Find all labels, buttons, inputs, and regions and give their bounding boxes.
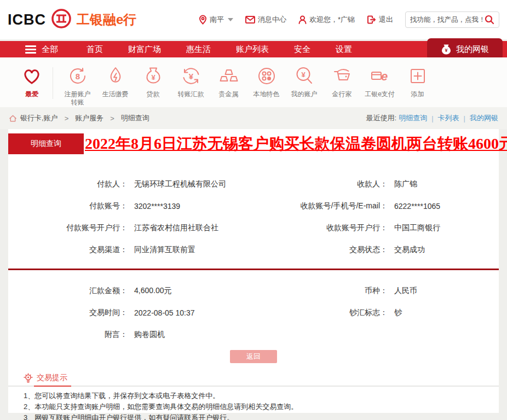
- detail-row: 附言：购卷圆机: [8, 324, 499, 346]
- svg-text:¥: ¥: [301, 71, 306, 79]
- location-label: 南平: [210, 15, 224, 25]
- back-button[interactable]: 返回: [230, 350, 277, 363]
- quick-item-local-features[interactable]: 本地特色: [247, 65, 285, 98]
- breadcrumb-level2[interactable]: 账户服务: [75, 113, 103, 123]
- welcome-user[interactable]: 欢迎您，*广锦: [298, 15, 355, 25]
- nav-item-security[interactable]: 安全: [294, 44, 336, 55]
- detail-row: 付款人：无锡环球工程机械有限公司 收款人：陈广锦: [8, 173, 499, 195]
- heart-icon: [21, 65, 43, 87]
- brand-name: 工银融e行: [77, 11, 136, 28]
- payee-account-label: 收款账号/手机号/E-mail：: [253, 201, 388, 211]
- logout-label: 退出: [379, 15, 393, 25]
- my-ebank-tab[interactable]: ¥ 我的网银: [427, 38, 503, 60]
- detail-row: 付款账号开户行：江苏省农村信用社联合社 收款账号开户行：中国工商银行: [8, 217, 499, 239]
- section-divider: [8, 269, 499, 270]
- favorites-item[interactable]: 最爱: [14, 65, 49, 98]
- quick-item-loans[interactable]: ¥ 贷款: [134, 65, 172, 98]
- search-box[interactable]: [405, 11, 499, 28]
- payer-bank-label: 付款账号开户行：: [8, 223, 128, 233]
- currency-value: 人民币: [394, 286, 417, 296]
- nav-item-settings[interactable]: 设置: [336, 44, 377, 55]
- memo-label: 附言：: [8, 330, 128, 340]
- money-bag-icon: ¥: [441, 43, 452, 55]
- cash-remit-label: 钞汇标志：: [253, 308, 388, 318]
- home-icon[interactable]: [9, 114, 17, 122]
- recent-link-detail-query[interactable]: 明细查询: [399, 113, 427, 123]
- quick-item-epay[interactable]: e 工银e支付: [361, 65, 399, 98]
- cart-icon: [331, 65, 353, 87]
- transaction-details-top: 付款人：无锡环球工程机械有限公司 收款人：陈广锦 付款账号：3202****31…: [8, 173, 499, 261]
- icbc-logo-text: ICBC: [8, 11, 46, 28]
- transaction-details-bottom: 汇款金额：4,600.00元 币种：人民币 交易时间：2022-08-05 10…: [8, 280, 499, 346]
- svg-text:8: 8: [75, 72, 79, 81]
- recent-link-card-list[interactable]: 卡列表: [438, 113, 459, 123]
- breadcrumb-level1[interactable]: 银行卡,账户: [20, 113, 58, 123]
- hamburger-icon: [25, 44, 36, 55]
- detail-row: 交易时间：2022-08-05 10:37 钞汇标志：钞: [8, 302, 499, 324]
- icbc-emblem-icon: [50, 8, 72, 32]
- message-center-label: 消息中心: [258, 15, 286, 25]
- payer-account-label: 付款账号：: [8, 201, 128, 211]
- detail-row: 汇款金额：4,600.00元 币种：人民币: [8, 280, 499, 302]
- transaction-tips: 交易提示 1、您可以将查询结果下载，并保存到文本或电子表格文件中。 2、本功能只…: [8, 372, 499, 420]
- quick-item-register-transfer[interactable]: 8 注册账户转账: [59, 65, 96, 107]
- quick-item-label: 注册账户转账: [65, 90, 91, 107]
- quick-item-gold-expert[interactable]: 金行家: [323, 65, 361, 98]
- status-value: 交易成功: [394, 245, 425, 255]
- memo-value: 购卷圆机: [134, 330, 165, 340]
- tips-divider: [8, 386, 499, 387]
- tip-item-3: 3、网银互联账户明细由开户银行提供，如有疑问请联系开户银行。: [24, 412, 493, 420]
- local-features-icon: [256, 65, 278, 87]
- nav-all-label: 全部: [42, 44, 58, 55]
- svg-text:¥: ¥: [151, 73, 155, 81]
- quick-item-utility-pay[interactable]: 生活缴费: [96, 65, 134, 98]
- time-value: 2022-08-05 10:37: [134, 308, 195, 317]
- register-transfer-icon: 8: [67, 65, 89, 87]
- nav-all-menu[interactable]: 全部: [25, 44, 58, 55]
- logout-link[interactable]: 退出: [367, 15, 393, 25]
- tip-item-1: 1、您可以将查询结果下载，并保存到文本或电子表格文件中。: [24, 390, 493, 401]
- location-selector[interactable]: 南平: [199, 15, 233, 25]
- search-input[interactable]: [410, 16, 485, 24]
- payee-value: 陈广锦: [394, 179, 417, 189]
- payer-value: 无锡环球工程机械有限公司: [134, 179, 226, 189]
- droplet-lightning-icon: [105, 65, 126, 87]
- transfer-arrows-icon: ¥: [180, 65, 202, 87]
- recent-link-my-ebank[interactable]: 我的网银: [470, 113, 498, 123]
- message-center-link[interactable]: 消息中心: [245, 15, 286, 25]
- nav-item-accounts[interactable]: 账户列表: [236, 44, 294, 55]
- payer-bank-value: 江苏省农村信用社联合社: [134, 223, 218, 233]
- quick-item-precious-metals[interactable]: 贵金属: [210, 65, 247, 98]
- account-search-icon: ¥: [293, 65, 315, 87]
- quick-item-my-account[interactable]: ¥ 我的账户: [285, 65, 323, 98]
- breadcrumb-bar: 银行卡,账户 > 账户服务 > 明细查询 最近使用: 明细查询 | 卡列表 | …: [0, 107, 507, 129]
- annotation-overlay-text: 2022年8月6日江苏无锡客户购买长款保温卷圆机两台转账4600元: [85, 132, 499, 155]
- tip-item-2: 2、本功能只支持查询账户明细，如您需要查询具体交易的明细信息请到相关交易查询。: [24, 401, 493, 412]
- icbc-logo[interactable]: ICBC 工银融e行: [8, 8, 136, 32]
- nav-item-life[interactable]: 惠生活: [186, 44, 236, 55]
- amount-value: 4,600.00元: [134, 286, 172, 296]
- tips-title: 交易提示: [37, 373, 67, 383]
- detail-row: 付款账号：3202****3139 收款账号/手机号/E-mail：6222**…: [8, 195, 499, 217]
- content-panel: 明细查询 2022年8月6日江苏无锡客户购买长款保温卷圆机两台转账4600元 付…: [8, 129, 499, 413]
- quick-access-bar: 最爱 8 注册账户转账 生活缴费 ¥ 贷款 ¥ 转账汇款: [0, 57, 507, 107]
- status-label: 交易状态：: [253, 245, 388, 255]
- payer-label: 付款人：: [8, 179, 128, 189]
- svg-text:¥: ¥: [188, 72, 193, 81]
- breadcrumb: 银行卡,账户 > 账户服务 > 明细查询: [9, 113, 149, 123]
- nav-item-wealth[interactable]: 财富广场: [128, 44, 186, 55]
- my-ebank-label: 我的网银: [456, 44, 489, 55]
- chevron-down-icon: [228, 18, 233, 21]
- payee-bank-label: 收款账号开户行：: [253, 223, 388, 233]
- svg-text:e: e: [381, 69, 387, 83]
- nav-item-home[interactable]: 首页: [87, 44, 128, 55]
- quick-item-transfer-remit[interactable]: ¥ 转账汇款: [172, 65, 210, 98]
- search-icon[interactable]: [485, 15, 494, 25]
- main-navbar: 全部 首页 财富广场 惠生活 账户列表 安全 设置 ¥ 我的网银: [0, 41, 507, 57]
- payee-bank-value: 中国工商银行: [394, 223, 440, 233]
- svg-text:¥: ¥: [445, 48, 447, 53]
- quick-item-add[interactable]: 添加: [399, 65, 436, 98]
- channel-label: 交易渠道：: [8, 245, 128, 255]
- money-bag-yuan-icon: ¥: [142, 65, 164, 87]
- favorites-label: 最爱: [25, 90, 38, 98]
